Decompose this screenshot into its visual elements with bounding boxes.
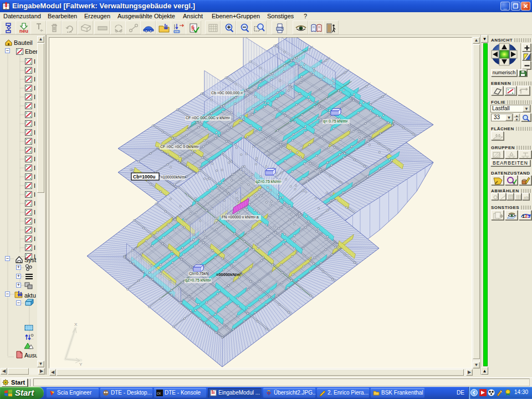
svg-text:qZ=0.75 kN/m²: qZ=0.75 kN/m² bbox=[185, 278, 211, 283]
svg-text:qZ=0.75 kN/m²: qZ=0.75 kN/m² bbox=[255, 180, 282, 184]
svg-text:Cb=1000u: Cb=1000u bbox=[133, 174, 155, 180]
svg-text:alle: alle bbox=[524, 196, 529, 200]
svg-text:Ch=0.75kN: Ch=0.75kN bbox=[189, 272, 208, 275]
svg-text:Cb =0C 000,000 =: Cb =0C 000,000 = bbox=[211, 91, 243, 95]
svg-text:CF =0C =0C 0 0kN/m²: CF =0C =0C 0 0kN/m² bbox=[160, 145, 199, 149]
svg-text:=00000kN/m²: =00000kN/m² bbox=[216, 272, 242, 277]
svg-text:=100000kN/m²: =100000kN/m² bbox=[161, 175, 187, 179]
svg-text:Y: Y bbox=[79, 362, 83, 367]
svg-text:X: X bbox=[74, 322, 78, 327]
svg-text:cx: cx bbox=[157, 391, 161, 395]
svg-text:q= 0.75 kN/m²: q= 0.75 kN/m² bbox=[323, 119, 348, 124]
svg-text:CF =0C 00C,00C v kN/m²: CF =0C 00C,00C v kN/m² bbox=[186, 116, 231, 120]
svg-text:neu: neu bbox=[19, 28, 28, 34]
svg-text:FN =00000 v kN/m² a: FN =00000 v kN/m² a bbox=[222, 215, 259, 219]
svg-text:123: 123 bbox=[522, 213, 530, 219]
